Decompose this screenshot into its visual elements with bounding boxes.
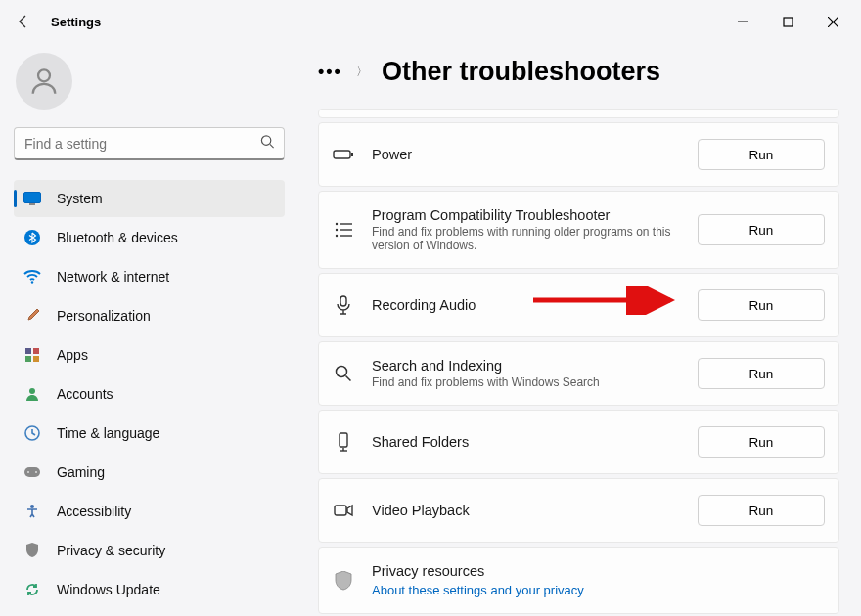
svg-point-30 <box>337 367 347 377</box>
maximize-button[interactable] <box>765 6 810 37</box>
chevron-right-icon: 〉 <box>356 64 368 80</box>
update-icon <box>23 581 41 598</box>
run-button-power[interactable]: Run <box>698 139 825 170</box>
sidebar-item-accounts[interactable]: Accounts <box>14 375 285 413</box>
card-body: Program Compatibility Troubleshooter Fin… <box>372 207 698 252</box>
run-button-recording[interactable]: Run <box>698 289 825 321</box>
shield-icon <box>23 542 41 559</box>
back-arrow-icon <box>16 14 31 29</box>
search-input[interactable] <box>14 127 285 160</box>
video-icon <box>333 500 354 521</box>
search-icon <box>333 363 354 384</box>
sidebar-item-privacy[interactable]: Privacy & security <box>14 532 285 569</box>
nav-label: Accessibility <box>57 504 131 519</box>
svg-point-27 <box>336 235 338 237</box>
close-icon <box>828 17 838 27</box>
sidebar-item-time[interactable]: Time & language <box>14 415 285 452</box>
troubleshooter-card-video[interactable]: Video Playback Run <box>318 478 839 543</box>
svg-rect-32 <box>340 433 347 447</box>
nav-label: Privacy & security <box>57 543 165 558</box>
nav-label: Bluetooth & devices <box>57 230 178 245</box>
card-body: Privacy resources About these settings a… <box>372 563 825 597</box>
breadcrumb-ellipsis[interactable]: ••• <box>318 62 342 82</box>
nav-label: Gaming <box>57 464 105 480</box>
back-button[interactable] <box>6 4 41 39</box>
nav-label: System <box>57 191 103 206</box>
svg-point-15 <box>29 388 35 394</box>
nav-label: Apps <box>57 347 88 363</box>
card-title: Video Playback <box>372 503 698 518</box>
troubleshooter-card-power[interactable]: Power Run <box>318 122 839 187</box>
minimize-button[interactable] <box>720 6 765 37</box>
app-title: Settings <box>51 15 101 29</box>
mic-icon <box>333 294 354 316</box>
run-button-video[interactable]: Run <box>698 495 825 526</box>
svg-point-23 <box>336 223 338 225</box>
sidebar-item-personalization[interactable]: Personalization <box>14 297 285 334</box>
apps-icon <box>23 346 41 364</box>
nav: System Bluetooth & devices Network & int… <box>14 180 285 608</box>
minimize-icon <box>738 17 748 27</box>
run-button-compat[interactable]: Run <box>698 214 825 245</box>
card-body: Search and Indexing Find and fix problem… <box>372 358 698 389</box>
troubleshooter-card-compat[interactable]: Program Compatibility Troubleshooter Fin… <box>318 191 839 269</box>
sidebar-item-accessibility[interactable]: Accessibility <box>14 493 285 530</box>
card-title: Search and Indexing <box>372 358 698 374</box>
search-box[interactable] <box>14 127 285 160</box>
troubleshooter-card-search[interactable]: Search and Indexing Find and fix problem… <box>318 341 839 406</box>
card-title: Shared Folders <box>372 434 698 450</box>
gamepad-icon <box>23 463 41 481</box>
svg-rect-1 <box>784 18 793 26</box>
svg-rect-17 <box>24 467 40 477</box>
breadcrumb: ••• 〉 Other troubleshooters <box>318 57 839 87</box>
close-button[interactable] <box>810 6 855 37</box>
sidebar-item-gaming[interactable]: Gaming <box>14 454 285 491</box>
person-icon <box>23 385 41 403</box>
card-desc: Find and fix problems with Windows Searc… <box>372 375 698 389</box>
svg-rect-14 <box>33 356 39 362</box>
svg-rect-29 <box>340 296 346 306</box>
sidebar-item-apps[interactable]: Apps <box>14 336 285 374</box>
sidebar-item-system[interactable]: System <box>14 180 285 217</box>
svg-point-19 <box>35 471 37 473</box>
card-title: Privacy resources <box>372 563 825 579</box>
svg-rect-8 <box>29 203 35 205</box>
card-body: Shared Folders <box>372 434 698 450</box>
card-body: Recording Audio <box>372 297 698 313</box>
sidebar-item-network[interactable]: Network & internet <box>14 258 285 295</box>
run-button-folders[interactable]: Run <box>698 426 825 458</box>
svg-point-20 <box>30 505 34 508</box>
accessibility-icon <box>23 503 41 520</box>
wifi-icon <box>23 268 41 286</box>
sidebar-item-update[interactable]: Windows Update <box>14 571 285 608</box>
svg-rect-11 <box>25 348 31 354</box>
avatar[interactable] <box>16 53 72 110</box>
svg-rect-22 <box>351 153 353 156</box>
svg-rect-35 <box>335 506 346 515</box>
sidebar-item-bluetooth[interactable]: Bluetooth & devices <box>14 219 285 256</box>
display-icon <box>23 190 41 207</box>
nav-label: Accounts <box>57 386 113 402</box>
brush-icon <box>23 307 41 325</box>
shield-icon <box>333 570 354 592</box>
person-icon <box>27 65 61 98</box>
troubleshooter-card-recording[interactable]: Recording Audio Run <box>318 273 839 337</box>
svg-point-18 <box>27 471 29 473</box>
troubleshooter-card-folders[interactable]: Shared Folders Run <box>318 410 839 474</box>
bluetooth-icon <box>23 229 41 246</box>
folder-icon <box>333 431 354 453</box>
svg-rect-12 <box>33 348 39 354</box>
svg-line-31 <box>346 376 351 381</box>
card-title: Program Compatibility Troubleshooter <box>372 207 698 223</box>
main-content: ••• 〉 Other troubleshooters Power Run Pr… <box>298 43 861 616</box>
svg-point-25 <box>336 229 338 231</box>
svg-point-10 <box>31 281 33 283</box>
clock-icon <box>23 424 41 442</box>
battery-icon <box>333 144 354 165</box>
card-prev-clipped[interactable] <box>318 109 839 118</box>
svg-point-4 <box>38 69 50 81</box>
privacy-card[interactable]: Privacy resources About these settings a… <box>318 547 839 614</box>
privacy-link[interactable]: About these settings and your privacy <box>372 583 825 597</box>
run-button-search[interactable]: Run <box>698 358 825 389</box>
nav-label: Windows Update <box>57 582 160 597</box>
